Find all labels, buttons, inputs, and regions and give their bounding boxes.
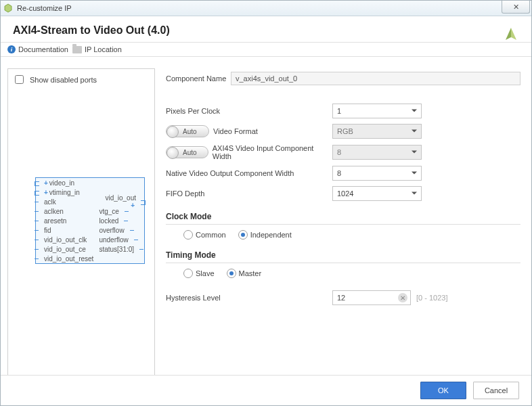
divider (166, 263, 520, 263)
fifo-depth-select[interactable]: 1024 (332, 186, 422, 201)
port-out: locked (99, 217, 124, 225)
clock-mode-common-radio[interactable]: Common (183, 230, 226, 240)
port-out: status[31:0] (99, 246, 139, 253)
video-format-select[interactable]: RGB (332, 124, 422, 139)
port-out: underflow (99, 236, 133, 244)
port-in: aclk (39, 198, 56, 206)
folder-icon (72, 46, 82, 53)
component-name-input[interactable] (231, 72, 520, 85)
clock-mode-independent-radio[interactable]: Independent (238, 230, 292, 240)
toolbar: i Documentation IP Location (1, 42, 531, 57)
ip-location-label: IP Location (85, 45, 122, 53)
vendor-logo (503, 26, 519, 43)
port-in: +video_in (39, 179, 74, 187)
clock-mode-radios: Common Independent (166, 230, 520, 240)
toggle-knob (167, 126, 179, 138)
window-close-button[interactable]: ✕ (502, 1, 530, 14)
config-panel: Component Name Pixels Per Clock 1 Auto V… (162, 68, 525, 376)
port-in: aresetn (39, 217, 66, 225)
port-out: overflow (99, 227, 129, 234)
app-icon (3, 3, 13, 13)
ip-location-link[interactable]: IP Location (72, 45, 122, 53)
component-name-label: Component Name (166, 74, 231, 83)
pixels-per-clock-label: Pixels Per Clock (166, 107, 332, 115)
toggle-knob (167, 147, 179, 159)
video-format-label: Video Format (213, 127, 258, 135)
content-area: Show disabled ports +video_in +vtiming_i… (7, 68, 525, 376)
svg-marker-1 (511, 28, 516, 40)
native-width-label: Native Video Output Component Width (166, 169, 332, 177)
documentation-label: Documentation (18, 45, 68, 53)
port-in: +vtiming_in (39, 189, 80, 196)
video-format-auto-toggle[interactable]: Auto (166, 125, 209, 137)
timing-mode-radios: Slave Master (166, 269, 520, 278)
pixels-per-clock-select[interactable]: 1 (332, 104, 422, 118)
timing-mode-slave-radio[interactable]: Slave (183, 269, 215, 278)
dialog-window: Re-customize IP ✕ AXI4-Stream to Video O… (0, 0, 532, 406)
port-in: fid (39, 227, 51, 234)
footer: OK Cancel (1, 375, 531, 405)
svg-marker-2 (506, 28, 511, 40)
cancel-button[interactable]: Cancel (473, 382, 519, 399)
port-out: vtg_ce (99, 208, 124, 215)
timing-mode-title: Timing Mode (166, 250, 520, 260)
component-name-row: Component Name (166, 71, 520, 86)
info-icon: i (7, 45, 16, 53)
axi4s-width-select[interactable]: 8 (332, 145, 422, 160)
native-width-select[interactable]: 8 (332, 166, 422, 181)
ip-block-diagram: +video_in +vtiming_in aclk aclken areset… (35, 177, 145, 264)
clock-mode-title: Clock Mode (166, 212, 520, 221)
show-disabled-ports-label: Show disabled ports (30, 76, 97, 84)
axi4s-width-auto-toggle[interactable]: Auto (166, 146, 208, 158)
hysteresis-input[interactable]: 12 ✕ (332, 290, 411, 305)
titlebar: Re-customize IP ✕ (1, 1, 531, 16)
hysteresis-hint: [0 - 1023] (416, 294, 447, 302)
divider (166, 224, 520, 225)
page-title: AXI4-Stream to Video Out (4.0) (13, 24, 519, 37)
close-icon: ✕ (513, 3, 519, 12)
show-disabled-ports-checkbox[interactable]: Show disabled ports (12, 73, 150, 86)
svg-marker-0 (5, 4, 12, 12)
window-title: Re-customize IP (17, 4, 72, 12)
ok-button[interactable]: OK (420, 382, 466, 399)
hysteresis-label: Hysteresis Level (166, 294, 332, 302)
port-in: vid_io_out_clk (39, 236, 87, 244)
fifo-depth-label: FIFO Depth (166, 189, 332, 198)
preview-panel: Show disabled ports +video_in +vtiming_i… (7, 68, 155, 376)
port-in: vid_io_out_ce (39, 246, 86, 253)
timing-mode-master-radio[interactable]: Master (227, 269, 262, 278)
show-disabled-ports-input[interactable] (15, 75, 24, 84)
clear-icon[interactable]: ✕ (398, 293, 407, 302)
documentation-link[interactable]: i Documentation (7, 45, 68, 53)
port-in: vid_io_out_reset (39, 255, 93, 263)
axi4s-width-label: AXI4S Video Input Component Width (213, 144, 332, 160)
header: AXI4-Stream to Video Out (4.0) (1, 16, 531, 42)
port-in: aclken (39, 208, 64, 215)
